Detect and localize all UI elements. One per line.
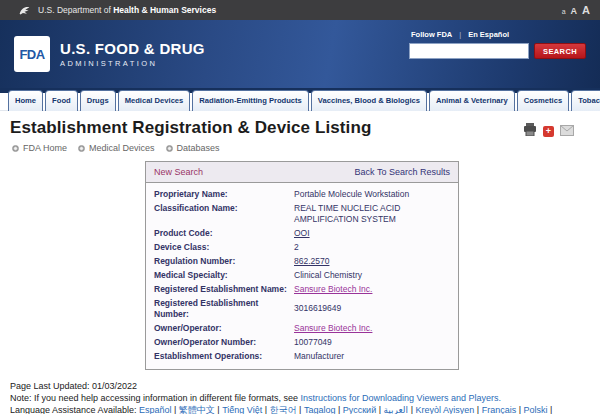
fda-wordmark: U.S. FOOD & DRUG ADMINISTRATION bbox=[60, 40, 205, 68]
language-link-0[interactable]: Español bbox=[139, 405, 172, 414]
breadcrumb-databases[interactable]: Databases bbox=[166, 143, 220, 153]
row-value: Manufacturer bbox=[294, 351, 450, 362]
tab-animal-veterinary[interactable]: Animal & Veterinary bbox=[429, 90, 515, 111]
font-size-large[interactable]: A bbox=[582, 4, 590, 16]
table-row: Regulation Number:862.2570 bbox=[146, 254, 458, 268]
row-label: Product Code: bbox=[154, 228, 294, 239]
language-separator: | bbox=[171, 405, 178, 414]
fda-title-line2: ADMINISTRATION bbox=[60, 59, 205, 68]
row-label: Medical Specialty: bbox=[154, 270, 294, 281]
value-owner-operator-number: 10077049 bbox=[294, 337, 332, 348]
tab-drugs[interactable]: Drugs bbox=[80, 90, 116, 111]
breadcrumb-label: Medical Devices bbox=[89, 143, 155, 153]
language-link-2[interactable]: Tiếng Việt bbox=[222, 405, 262, 414]
hhs-top-bar: U.S. Department of Health & Human Servic… bbox=[0, 0, 600, 20]
tab-food[interactable]: Food bbox=[45, 90, 78, 111]
language-separator: | bbox=[376, 405, 383, 414]
tab-tobacco-products[interactable]: Tobacco Products bbox=[571, 90, 600, 111]
file-formats-note: Note: If you need help accessing informa… bbox=[10, 392, 590, 404]
language-link-4[interactable]: Tagalog bbox=[304, 405, 336, 414]
row-label: Registered Establishment Number: bbox=[154, 298, 294, 320]
breadcrumb-bullet-icon bbox=[78, 145, 85, 152]
breadcrumb-medical-devices[interactable]: Medical Devices bbox=[78, 143, 155, 153]
new-search-link[interactable]: New Search bbox=[154, 167, 203, 177]
table-row: Classification Name:REAL TIME NUCLEIC AC… bbox=[146, 201, 458, 226]
nav-tabs: HomeFoodDrugsMedical DevicesRadiation-Em… bbox=[0, 88, 600, 111]
row-value: Portable Molecule Workstation bbox=[294, 189, 450, 200]
tab-home[interactable]: Home bbox=[8, 90, 43, 111]
email-icon[interactable] bbox=[560, 122, 574, 140]
table-row: Device Class:2 bbox=[146, 240, 458, 254]
row-label: Registered Establishment Name: bbox=[154, 284, 294, 295]
table-row: Registered Establishment Name:Sansure Bi… bbox=[146, 282, 458, 296]
header-search: SEARCH bbox=[409, 43, 584, 59]
row-label: Classification Name: bbox=[154, 203, 294, 225]
tab-vaccines-blood-biologics[interactable]: Vaccines, Blood & Biologics bbox=[311, 90, 427, 111]
language-link-7[interactable]: Kreyòl Ayisyen bbox=[415, 405, 474, 414]
header-utilities: Follow FDA | En Español SEARCH bbox=[409, 30, 584, 59]
value-classification-name: REAL TIME NUCLEIC ACID AMPLIFICATION SYS… bbox=[294, 203, 450, 225]
language-link-6[interactable]: العربية bbox=[384, 405, 409, 414]
breadcrumb-fda-home[interactable]: FDA Home bbox=[12, 143, 67, 153]
language-link-5[interactable]: Русский bbox=[343, 405, 376, 414]
header-link-divider: | bbox=[459, 30, 461, 39]
row-label: Owner/Operator Number: bbox=[154, 337, 294, 348]
fda-logo[interactable]: FDA bbox=[14, 36, 50, 72]
breadcrumb-bullet-icon bbox=[12, 145, 19, 152]
table-row: Owner/Operator Number:10077049 bbox=[146, 336, 458, 350]
value-medical-specialty: Clinical Chemistry bbox=[294, 270, 362, 281]
value-establishment-operations: Manufacturer bbox=[294, 351, 344, 362]
value-product-code[interactable]: OOI bbox=[294, 228, 310, 239]
language-link-1[interactable]: 繁體中文 bbox=[179, 405, 215, 414]
search-input[interactable] bbox=[409, 43, 529, 59]
header-links: Follow FDA | En Español bbox=[409, 30, 584, 39]
row-value: Clinical Chemistry bbox=[294, 270, 450, 281]
value-registered-establishment-number: 3016619649 bbox=[294, 303, 341, 314]
hhs-eagle-icon bbox=[18, 4, 31, 17]
page-title: Establishment Registration & Device List… bbox=[10, 118, 371, 138]
tab-medical-devices[interactable]: Medical Devices bbox=[118, 90, 191, 111]
follow-fda-link[interactable]: Follow FDA bbox=[411, 30, 452, 39]
title-icons: + bbox=[523, 122, 574, 140]
language-link-9[interactable]: Polski bbox=[524, 405, 548, 414]
row-value: 2 bbox=[294, 242, 450, 253]
tab-cosmetics[interactable]: Cosmetics bbox=[517, 90, 569, 111]
results-panel: New Search Back To Search Results Propri… bbox=[145, 161, 459, 370]
en-espanol-link[interactable]: En Español bbox=[468, 30, 509, 39]
table-row: Proprietary Name:Portable Molecule Works… bbox=[146, 187, 458, 201]
language-assistance-line: Language Assistance Available: Español |… bbox=[10, 404, 590, 414]
value-registered-establishment-name[interactable]: Sansure Biotech Inc. bbox=[294, 284, 372, 295]
font-size-medium[interactable]: A bbox=[571, 6, 578, 16]
row-value: 10077049 bbox=[294, 337, 450, 348]
value-regulation-number[interactable]: 862.2570 bbox=[294, 256, 329, 267]
printer-icon[interactable] bbox=[523, 122, 537, 140]
row-label: Regulation Number: bbox=[154, 256, 294, 267]
device-detail-table: Proprietary Name:Portable Molecule Works… bbox=[145, 183, 459, 370]
fda-header: FDA U.S. FOOD & DRUG ADMINISTRATION Foll… bbox=[0, 20, 600, 88]
breadcrumb-label: Databases bbox=[177, 143, 220, 153]
share-icon[interactable]: + bbox=[543, 126, 554, 137]
value-owner-operator[interactable]: Sansure Biotech Inc. bbox=[294, 323, 372, 334]
row-value: Sansure Biotech Inc. bbox=[294, 323, 450, 334]
fda-title-line1: U.S. FOOD & DRUG bbox=[60, 40, 205, 57]
font-size-small[interactable]: a bbox=[562, 8, 566, 15]
row-value: REAL TIME NUCLEIC ACID AMPLIFICATION SYS… bbox=[294, 203, 450, 225]
language-link-3[interactable]: 한국어 bbox=[270, 405, 297, 414]
language-assistance-label: Language Assistance Available: bbox=[10, 405, 136, 414]
row-label: Proprietary Name: bbox=[154, 189, 294, 200]
viewers-players-link[interactable]: Instructions for Downloading Viewers and… bbox=[301, 393, 501, 403]
table-row: Registered Establishment Number:30166196… bbox=[146, 296, 458, 321]
row-label: Owner/Operator: bbox=[154, 323, 294, 334]
hhs-dept-prefix: U.S. Department of bbox=[38, 5, 111, 15]
language-link-8[interactable]: Français bbox=[482, 405, 517, 414]
breadcrumb-label: FDA Home bbox=[23, 143, 67, 153]
language-separator: | bbox=[335, 405, 342, 414]
back-to-search-results-link[interactable]: Back To Search Results bbox=[355, 167, 450, 177]
language-separator: | bbox=[297, 405, 304, 414]
language-separator: | bbox=[548, 405, 553, 414]
row-value: 862.2570 bbox=[294, 256, 450, 267]
hhs-dept-name[interactable]: Health & Human Services bbox=[113, 5, 216, 15]
panel-header: New Search Back To Search Results bbox=[145, 161, 459, 183]
tab-radiation-emitting-products[interactable]: Radiation-Emitting Products bbox=[192, 90, 309, 111]
search-button[interactable]: SEARCH bbox=[534, 43, 586, 59]
